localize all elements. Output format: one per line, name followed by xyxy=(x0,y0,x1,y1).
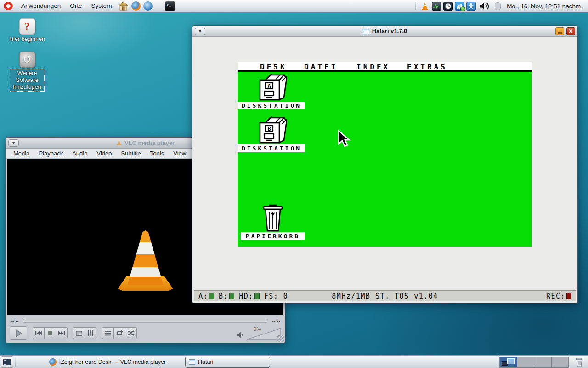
play-button[interactable] xyxy=(10,326,27,340)
system-tray: Mo., 16. Nov, 12:51 nachm. xyxy=(413,2,585,11)
atari-st-screen: DESK DATEI INDEX EXTRAS xyxy=(238,62,532,247)
home-icon[interactable] xyxy=(118,1,129,11)
vlc-cone-logo xyxy=(118,227,173,291)
workspace-window-thumb xyxy=(507,358,515,364)
trash-can-icon xyxy=(261,204,284,232)
battery-icon[interactable] xyxy=(495,2,501,10)
top-panel: Anwendungen Orte System >_ xyxy=(0,0,588,12)
gem-desktop[interactable]: A DISKSTATION xyxy=(238,72,532,247)
firefox-icon[interactable] xyxy=(131,1,141,11)
svg-text:A: A xyxy=(267,83,271,89)
vlc-menu-subtitle[interactable]: Subtitle xyxy=(116,150,145,157)
hd-led xyxy=(254,293,260,299)
volume-slider[interactable] xyxy=(246,327,281,340)
gem-menu-desk[interactable]: DESK xyxy=(260,63,287,71)
drive-a-led xyxy=(209,293,214,299)
gem-menu-index[interactable]: INDEX xyxy=(356,63,390,71)
shuffle-button[interactable] xyxy=(125,327,137,339)
desktop-screen: Anwendungen Orte System >_ xyxy=(0,0,588,368)
fs-label: FS: 0 xyxy=(264,292,288,300)
gem-icon-trash[interactable]: PAPIERKORB xyxy=(241,204,305,240)
desktop-icon-label: Weitere Software hinzufügen xyxy=(10,69,45,92)
gem-icon-drive-a[interactable]: A DISKSTATION xyxy=(238,74,305,109)
hatari-window: ▼ Hatari v1.7.0 ✕ DESK DATEI INDEX EXTRA… xyxy=(192,25,578,303)
hatari-statusbar: A: B: HD: FS: 0 8MHz/1MB ST, TOS v1.04 R… xyxy=(194,290,576,301)
vlc-seek-row: --:-- --:-- xyxy=(6,317,285,324)
vlc-cone-icon xyxy=(116,359,118,366)
desktop-icon-weitere-software[interactable]: ↺ Weitere Software hinzufügen xyxy=(5,52,49,92)
tray-separator[interactable] xyxy=(415,2,416,10)
fullscreen-button[interactable] xyxy=(73,327,85,339)
terminal-icon[interactable]: >_ xyxy=(165,1,175,11)
gem-menu-extras[interactable]: EXTRAS xyxy=(407,63,447,71)
trash-applet-icon[interactable] xyxy=(574,357,584,368)
drive-b-led xyxy=(229,293,234,299)
panel-clock[interactable]: Mo., 16. Nov, 12:51 nachm. xyxy=(507,3,582,10)
vlc-menu-view[interactable]: View xyxy=(169,150,191,157)
close-button[interactable]: ✕ xyxy=(566,27,575,35)
drive-b-label: B: xyxy=(219,292,228,300)
loop-button[interactable] xyxy=(113,327,125,339)
playlist-button[interactable] xyxy=(102,327,114,339)
time-elapsed: --:-- xyxy=(11,318,19,323)
distributor-logo-icon[interactable] xyxy=(4,2,13,10)
workspace-3[interactable] xyxy=(534,356,552,368)
mouse-cursor xyxy=(337,130,351,148)
vlc-menu-playback[interactable]: Playback xyxy=(34,150,68,157)
taskbar-separator xyxy=(15,357,16,367)
rec-label: REC: xyxy=(546,292,565,300)
hatari-window-title: Hatari v1.7.0 xyxy=(363,28,407,34)
task-item-hatari[interactable]: Hatari xyxy=(185,356,270,368)
vlc-cone-icon[interactable] xyxy=(421,2,429,10)
desktop-icon-hier-beginnen[interactable]: ? Hier beginnen xyxy=(5,18,49,43)
speaker-icon[interactable] xyxy=(237,332,243,338)
task-item-firefox[interactable]: [Zeigt her eure Deskto... xyxy=(46,356,111,368)
vlc-menu-tools[interactable]: Tools xyxy=(146,150,169,157)
task-item-vlc[interactable]: VLC media player xyxy=(113,356,169,368)
minimize-button[interactable] xyxy=(555,27,564,35)
volume-control: 0% xyxy=(237,326,281,340)
menu-anwendungen[interactable]: Anwendungen xyxy=(17,0,65,12)
vlc-menu-audio[interactable]: Audio xyxy=(68,150,92,157)
help-icon: ? xyxy=(19,18,35,34)
gem-menubar: DESK DATEI INDEX EXTRAS xyxy=(238,62,532,72)
window-menu-button[interactable]: ▼ xyxy=(8,139,19,147)
workspace-2[interactable] xyxy=(517,356,535,368)
hatari-titlebar[interactable]: ▼ Hatari v1.7.0 ✕ xyxy=(192,26,577,37)
vlc-window-title: VLC media player xyxy=(116,139,175,146)
window-icon xyxy=(189,359,195,365)
previous-button[interactable] xyxy=(33,327,45,339)
desktop-icon-label: Hier beginnen xyxy=(5,36,49,43)
window-menu-button[interactable]: ▼ xyxy=(195,28,205,35)
bottom-taskbar: [Zeigt her eure Deskto... VLC media play… xyxy=(0,355,588,368)
menu-orte[interactable]: Orte xyxy=(65,0,86,12)
next-button[interactable] xyxy=(56,327,68,339)
thunderbird-icon[interactable] xyxy=(143,1,153,11)
rec-led xyxy=(566,293,571,299)
volume-icon[interactable] xyxy=(479,2,490,11)
gem-icon-label: DISKSTATION xyxy=(238,144,305,152)
vlc-controls: 0% xyxy=(10,326,281,340)
gem-icon-label: DISKSTATION xyxy=(238,102,305,109)
clock-icon[interactable] xyxy=(443,2,453,11)
vlc-menu-media[interactable]: Media xyxy=(9,150,34,157)
workspace-switcher xyxy=(500,356,569,368)
resize-grip[interactable] xyxy=(277,335,284,342)
show-desktop-icon xyxy=(3,359,11,365)
seek-slider[interactable] xyxy=(23,319,269,323)
workspace-1[interactable] xyxy=(499,356,517,368)
workspace-4[interactable] xyxy=(551,356,569,368)
network-update-badge xyxy=(460,6,465,12)
extended-settings-button[interactable] xyxy=(85,327,96,339)
vlc-menu-video[interactable]: Video xyxy=(92,150,116,157)
gem-icon-drive-b[interactable]: B DISKSTATION xyxy=(238,116,305,152)
system-monitor-icon[interactable] xyxy=(432,2,441,11)
volume-percent: 0% xyxy=(254,326,261,332)
gem-menu-datei[interactable]: DATEI xyxy=(304,63,338,71)
menu-system[interactable]: System xyxy=(87,0,117,12)
accessibility-icon[interactable] xyxy=(466,2,476,11)
stop-button[interactable] xyxy=(44,327,56,339)
network-wifi-icon[interactable] xyxy=(455,2,464,11)
hd-label: HD: xyxy=(239,292,254,300)
show-desktop-button[interactable] xyxy=(1,356,13,368)
